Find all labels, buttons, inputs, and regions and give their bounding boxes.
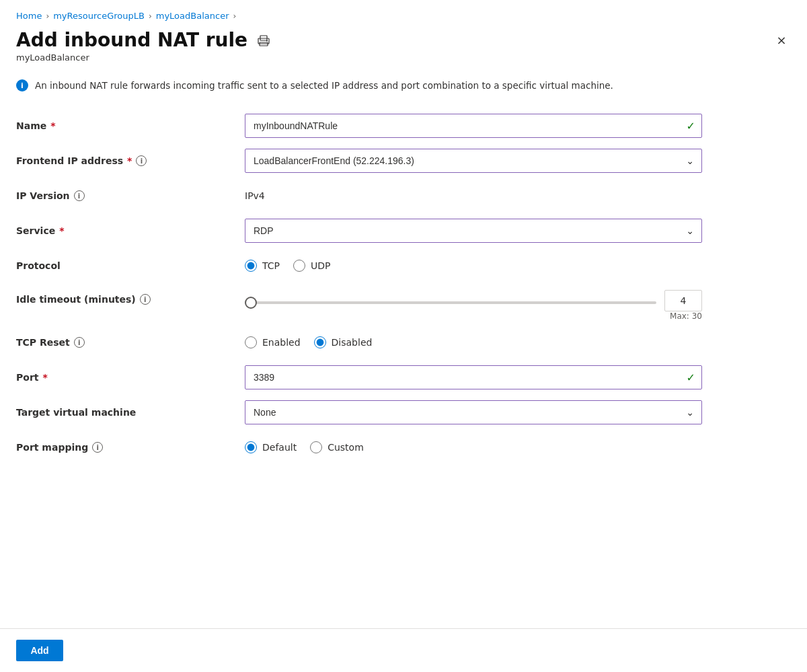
subtitle: myLoadBalancer	[0, 52, 807, 73]
port-required-star: *	[42, 372, 47, 383]
protocol-control: TCP UDP	[245, 260, 702, 272]
idle-timeout-max-label: Max: 30	[245, 311, 702, 321]
protocol-label-text: Protocol	[16, 260, 61, 271]
form-row-port-mapping: Port mapping i Default Custom	[16, 430, 791, 465]
service-required-star: *	[59, 225, 64, 236]
form-container: Name * ✓ Frontend IP address * i LoadBa	[0, 108, 807, 546]
port-mapping-control: Default Custom	[245, 441, 702, 453]
form-row-tcp-reset: TCP Reset i Enabled Disabled	[16, 325, 791, 360]
frontend-ip-control: LoadBalancerFrontEnd (52.224.196.3) ⌄	[245, 149, 702, 173]
name-control: ✓	[245, 114, 702, 138]
form-label-ip-version: IP Version i	[16, 190, 245, 201]
idle-timeout-slider[interactable]	[245, 301, 656, 304]
port-mapping-default-label: Default	[262, 442, 297, 453]
ip-version-label-text: IP Version	[16, 190, 70, 201]
port-input[interactable]	[245, 365, 702, 389]
tcp-reset-enabled-radio[interactable]	[245, 336, 257, 348]
breadcrumb-home[interactable]: Home	[16, 11, 42, 21]
form-label-tcp-reset: TCP Reset i	[16, 337, 245, 348]
frontend-ip-required-star: *	[127, 155, 132, 166]
form-label-name: Name *	[16, 120, 245, 131]
target-vm-control: None ⌄	[245, 400, 702, 424]
service-select-wrapper: RDP HTTP HTTPS Custom ⌄	[245, 219, 702, 243]
tcp-reset-enabled-radio-item[interactable]: Enabled	[245, 336, 301, 348]
port-label-text: Port	[16, 372, 38, 383]
breadcrumb-load-balancer[interactable]: myLoadBalancer	[156, 11, 229, 21]
tcp-reset-radio-group: Enabled Disabled	[245, 336, 702, 348]
service-select[interactable]: RDP HTTP HTTPS Custom	[245, 219, 702, 243]
form-row-protocol: Protocol TCP UDP	[16, 248, 791, 283]
protocol-radio-group: TCP UDP	[245, 260, 702, 272]
tcp-reset-info-icon[interactable]: i	[74, 337, 85, 348]
idle-timeout-label-text: Idle timeout (minutes)	[16, 294, 136, 305]
port-mapping-custom-radio[interactable]	[310, 441, 322, 453]
form-row-target-vm: Target virtual machine None ⌄	[16, 395, 791, 430]
tcp-reset-disabled-label: Disabled	[332, 337, 373, 348]
name-check-icon: ✓	[687, 120, 695, 133]
tcp-reset-control: Enabled Disabled	[245, 336, 702, 348]
port-input-wrapper: ✓	[245, 365, 702, 389]
form-row-frontend-ip: Frontend IP address * i LoadBalancerFron…	[16, 143, 791, 178]
name-label-text: Name	[16, 120, 46, 131]
tcp-reset-label-text: TCP Reset	[16, 337, 70, 348]
form-row-service: Service * RDP HTTP HTTPS Custom ⌄	[16, 213, 791, 248]
protocol-tcp-label: TCP	[262, 260, 280, 271]
form-row-idle-timeout: Idle timeout (minutes) i 4 Max: 30	[16, 283, 791, 325]
breadcrumb-sep-2: ›	[149, 11, 152, 21]
service-control: RDP HTTP HTTPS Custom ⌄	[245, 219, 702, 243]
form-label-port-mapping: Port mapping i	[16, 442, 245, 453]
protocol-tcp-radio-item[interactable]: TCP	[245, 260, 280, 272]
slider-wrapper	[245, 295, 656, 306]
header-left: Add inbound NAT rule	[16, 29, 272, 51]
ip-version-info-icon[interactable]: i	[74, 190, 85, 201]
info-text: An inbound NAT rule forwards incoming tr…	[35, 79, 613, 92]
port-mapping-custom-label: Custom	[328, 442, 364, 453]
target-vm-select[interactable]: None	[245, 400, 702, 424]
name-required-star: *	[50, 120, 55, 131]
frontend-ip-label-text: Frontend IP address	[16, 155, 123, 166]
form-label-target-vm: Target virtual machine	[16, 407, 245, 418]
frontend-ip-select[interactable]: LoadBalancerFrontEnd (52.224.196.3)	[245, 149, 702, 173]
form-label-service: Service *	[16, 225, 245, 236]
port-check-icon: ✓	[687, 371, 695, 384]
protocol-udp-radio[interactable]	[293, 260, 305, 272]
name-input[interactable]	[245, 114, 702, 138]
slider-row: 4	[245, 290, 702, 311]
idle-timeout-value: 4	[681, 295, 687, 306]
protocol-udp-radio-item[interactable]: UDP	[293, 260, 330, 272]
port-mapping-default-radio[interactable]	[245, 441, 257, 453]
idle-timeout-info-icon[interactable]: i	[140, 294, 151, 305]
target-vm-select-wrapper: None ⌄	[245, 400, 702, 424]
tcp-reset-disabled-radio[interactable]	[314, 336, 326, 348]
form-row-name: Name * ✓	[16, 108, 791, 143]
header-row: Add inbound NAT rule ×	[0, 24, 807, 52]
port-mapping-info-icon[interactable]: i	[92, 442, 103, 453]
form-label-frontend-ip: Frontend IP address * i	[16, 155, 245, 166]
info-icon: i	[16, 79, 28, 91]
name-input-wrapper: ✓	[245, 114, 702, 138]
breadcrumb: Home › myResourceGroupLB › myLoadBalance…	[0, 0, 807, 24]
form-label-port: Port *	[16, 372, 245, 383]
svg-point-3	[266, 40, 268, 41]
form-row-port: Port * ✓	[16, 360, 791, 395]
close-icon[interactable]: ×	[772, 31, 791, 50]
print-icon[interactable]	[256, 32, 272, 48]
target-vm-label-text: Target virtual machine	[16, 407, 136, 418]
port-mapping-default-radio-item[interactable]: Default	[245, 441, 297, 453]
add-button[interactable]: Add	[16, 640, 63, 661]
port-mapping-custom-radio-item[interactable]: Custom	[310, 441, 364, 453]
form-label-idle-timeout: Idle timeout (minutes) i	[16, 290, 245, 305]
tcp-reset-disabled-radio-item[interactable]: Disabled	[314, 336, 373, 348]
page-container: Home › myResourceGroupLB › myLoadBalance…	[0, 0, 807, 672]
form-label-protocol: Protocol	[16, 260, 245, 271]
tcp-reset-enabled-label: Enabled	[262, 337, 301, 348]
protocol-tcp-radio[interactable]	[245, 260, 257, 272]
port-mapping-radio-group: Default Custom	[245, 441, 702, 453]
form-row-ip-version: IP Version i IPv4	[16, 178, 791, 213]
breadcrumb-resource-group[interactable]: myResourceGroupLB	[53, 11, 145, 21]
protocol-udp-label: UDP	[311, 260, 330, 271]
service-label-text: Service	[16, 225, 55, 236]
ip-version-value: IPv4	[245, 190, 265, 201]
frontend-ip-info-icon[interactable]: i	[136, 155, 147, 166]
info-banner: i An inbound NAT rule forwards incoming …	[16, 79, 791, 92]
